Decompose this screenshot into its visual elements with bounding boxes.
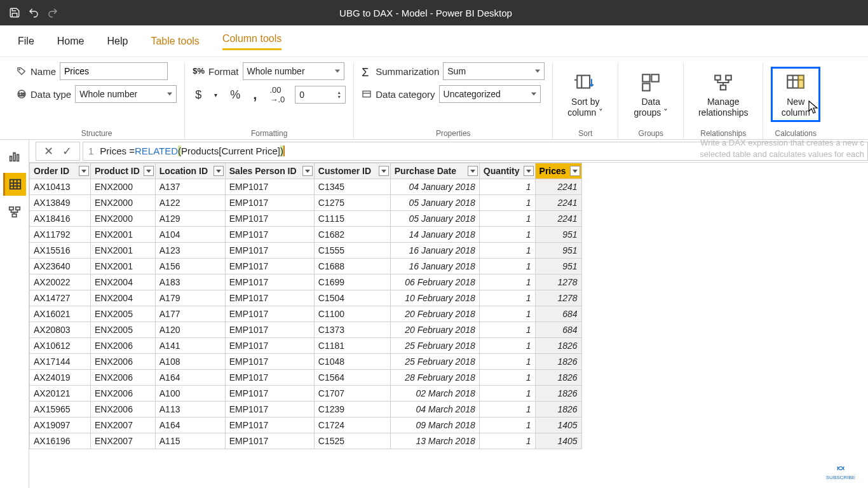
- table-row[interactable]: AX19097ENX2007A164EMP1017C172409 March 2…: [30, 417, 582, 433]
- save-icon[interactable]: [8, 6, 22, 20]
- decimals-up-icon[interactable]: ▲: [337, 90, 341, 95]
- cell[interactable]: 1: [479, 274, 535, 290]
- cell[interactable]: EMP1017: [225, 322, 314, 338]
- cell[interactable]: AX13849: [30, 195, 91, 211]
- cell[interactable]: ENX2004: [91, 274, 156, 290]
- cell[interactable]: C1682: [314, 227, 390, 243]
- cell[interactable]: 2241: [535, 211, 581, 227]
- datacategory-select[interactable]: Uncategorized: [439, 85, 541, 103]
- cell[interactable]: 684: [535, 322, 581, 338]
- cell[interactable]: C1373: [314, 322, 390, 338]
- cell[interactable]: 1: [479, 433, 535, 449]
- cell[interactable]: EMP1017: [225, 227, 314, 243]
- cell[interactable]: 28 February 2018: [390, 370, 479, 386]
- cell[interactable]: 09 March 2018: [390, 417, 479, 433]
- cell[interactable]: ENX2001: [91, 243, 156, 259]
- cell[interactable]: AX24019: [30, 370, 91, 386]
- cell[interactable]: 1: [479, 179, 535, 195]
- cell[interactable]: A137: [155, 179, 225, 195]
- decimal-format-icon[interactable]: .00→.0: [267, 85, 287, 104]
- menu-home[interactable]: Home: [57, 34, 85, 48]
- cell[interactable]: AX15516: [30, 243, 91, 259]
- cell[interactable]: EMP1017: [225, 386, 314, 402]
- cell[interactable]: ENX2000: [91, 211, 156, 227]
- cell[interactable]: EMP1017: [225, 274, 314, 290]
- filter-icon[interactable]: [302, 166, 313, 176]
- col-header[interactable]: Order ID: [30, 163, 91, 179]
- cell[interactable]: 1: [479, 243, 535, 259]
- cell[interactable]: 1: [479, 195, 535, 211]
- filter-icon[interactable]: [79, 166, 89, 176]
- summarization-select[interactable]: Sum: [443, 62, 545, 80]
- cell[interactable]: A179: [155, 290, 225, 306]
- cell[interactable]: 2241: [535, 179, 581, 195]
- cell[interactable]: A104: [155, 227, 225, 243]
- cell[interactable]: ENX2006: [91, 354, 156, 370]
- cell[interactable]: A113: [155, 402, 225, 417]
- cell[interactable]: A115: [155, 433, 225, 449]
- sort-by-column-button[interactable]: Sort by column ˅: [560, 71, 610, 118]
- comma-button[interactable]: ,: [250, 92, 259, 98]
- menu-table-tools[interactable]: Table tools: [151, 34, 200, 48]
- percent-button[interactable]: %: [227, 88, 243, 102]
- table-row[interactable]: AX20803ENX2005A120EMP1017C137320 Februar…: [30, 322, 582, 338]
- cell[interactable]: C1555: [314, 243, 390, 259]
- cell[interactable]: EMP1017: [225, 402, 314, 417]
- cell[interactable]: AX18416: [30, 211, 91, 227]
- cell[interactable]: 1: [479, 290, 535, 306]
- cell[interactable]: ENX2005: [91, 306, 156, 322]
- cell[interactable]: A120: [155, 322, 225, 338]
- decimals-down-icon[interactable]: ▼: [337, 95, 341, 99]
- cell[interactable]: 05 January 2018: [390, 195, 479, 211]
- table-row[interactable]: AX20022ENX2004A183EMP1017C169906 Februar…: [30, 274, 582, 290]
- new-column-button[interactable]: New column: [775, 71, 816, 118]
- datatype-select[interactable]: Whole number: [75, 85, 177, 103]
- data-groups-button[interactable]: Data groups ˅: [626, 71, 675, 118]
- cell[interactable]: 1: [479, 211, 535, 227]
- menu-help[interactable]: Help: [107, 34, 128, 48]
- cell[interactable]: 20 February 2018: [390, 306, 479, 322]
- cell[interactable]: C1345: [314, 179, 390, 195]
- cell[interactable]: 05 January 2018: [390, 211, 479, 227]
- cell[interactable]: 16 January 2018: [390, 243, 479, 259]
- cell[interactable]: 16 January 2018: [390, 259, 479, 274]
- cell[interactable]: AX17144: [30, 354, 91, 370]
- cell[interactable]: 1826: [535, 402, 581, 417]
- cell[interactable]: 1: [479, 259, 535, 274]
- cell[interactable]: C1239: [314, 402, 390, 417]
- cell[interactable]: A177: [155, 306, 225, 322]
- cell[interactable]: A129: [155, 211, 225, 227]
- cell[interactable]: 04 January 2018: [390, 179, 479, 195]
- cell[interactable]: AX19097: [30, 417, 91, 433]
- filter-icon[interactable]: [468, 166, 478, 176]
- filter-icon[interactable]: [214, 166, 224, 176]
- cell[interactable]: 14 January 2018: [390, 227, 479, 243]
- data-view-button[interactable]: [3, 173, 26, 196]
- cell[interactable]: 04 March 2018: [390, 402, 479, 417]
- cell[interactable]: 1: [479, 370, 535, 386]
- cell[interactable]: C1564: [314, 370, 390, 386]
- cell[interactable]: A108: [155, 354, 225, 370]
- cell[interactable]: 951: [535, 259, 581, 274]
- cell[interactable]: A156: [155, 259, 225, 274]
- table-row[interactable]: AX15965ENX2006A113EMP1017C123904 March 2…: [30, 402, 582, 417]
- cell[interactable]: A164: [155, 370, 225, 386]
- cell[interactable]: 1: [479, 417, 535, 433]
- cell[interactable]: A123: [155, 243, 225, 259]
- cell[interactable]: AX20803: [30, 322, 91, 338]
- cell[interactable]: AX10413: [30, 179, 91, 195]
- table-row[interactable]: AX10612ENX2006A141EMP1017C118125 Februar…: [30, 338, 582, 354]
- cell[interactable]: EMP1017: [225, 338, 314, 354]
- filter-icon[interactable]: [144, 166, 154, 176]
- cell[interactable]: 951: [535, 243, 581, 259]
- cell[interactable]: EMP1017: [225, 259, 314, 274]
- cell[interactable]: 25 February 2018: [390, 354, 479, 370]
- cell[interactable]: ENX2007: [91, 433, 156, 449]
- cell[interactable]: 1: [479, 338, 535, 354]
- col-header[interactable]: Prices: [535, 163, 581, 179]
- cell[interactable]: AX23640: [30, 259, 91, 274]
- cell[interactable]: C1504: [314, 290, 390, 306]
- table-row[interactable]: AX10413ENX2000A137EMP1017C134504 January…: [30, 179, 582, 195]
- cell[interactable]: 13 March 2018: [390, 433, 479, 449]
- cell[interactable]: EMP1017: [225, 417, 314, 433]
